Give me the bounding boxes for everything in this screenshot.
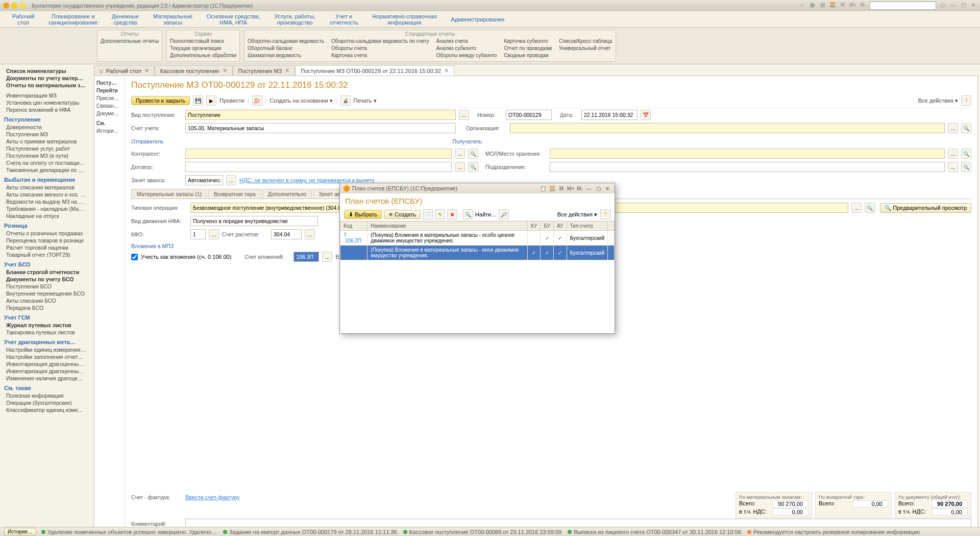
- fav-icon[interactable]: ☆: [798, 2, 805, 9]
- close-icon[interactable]: ✕: [603, 186, 611, 191]
- kontragent[interactable]: [185, 149, 452, 159]
- table-row[interactable]: T 106.3П(Покупка) Вложения в материальны…: [340, 246, 615, 260]
- sidebar-item[interactable]: Акты списания мягкого и хоз. …: [2, 191, 90, 198]
- post-close-button[interactable]: Провести и закрыть: [131, 96, 190, 105]
- min-icon[interactable]: —: [585, 186, 593, 191]
- schet-ucheta[interactable]: [185, 123, 456, 133]
- sidebar-item[interactable]: Операции (бухгалтерские): [2, 399, 90, 406]
- sidebar-item[interactable]: Доверенности: [2, 124, 90, 131]
- menu-item[interactable]: Учет иотчетность: [323, 12, 365, 27]
- menu-item[interactable]: Материальныезапасы: [146, 12, 200, 27]
- report-link[interactable]: Анализ субконто: [436, 45, 497, 52]
- close-icon[interactable]: ✕: [970, 2, 977, 9]
- sidebar-item[interactable]: Инвентаризация МЗ: [2, 92, 90, 99]
- docside-link[interactable]: Посту…: [96, 79, 122, 87]
- close-icon[interactable]: ✕: [444, 67, 449, 74]
- max-icon[interactable]: ▢: [960, 2, 967, 9]
- sel-icon[interactable]: …: [455, 162, 465, 172]
- docside-link[interactable]: Присое…: [96, 94, 122, 102]
- min-icon[interactable]: —: [949, 2, 957, 9]
- m-icon[interactable]: M+: [849, 2, 856, 9]
- del-icon[interactable]: ✖: [447, 209, 457, 220]
- dbg-icon[interactable]: Дт: [252, 95, 262, 106]
- sel-icon[interactable]: …: [455, 149, 465, 159]
- sidebar-item[interactable]: Товарный отчет (ТОРГ29): [2, 251, 90, 258]
- menu-item[interactable]: Денежныесредства: [105, 12, 146, 27]
- sel-icon[interactable]: …: [851, 203, 862, 213]
- organizaciya[interactable]: [510, 123, 945, 133]
- sidebar-item[interactable]: Поступление услуг, работ: [2, 145, 90, 152]
- report-link[interactable]: Список/Кросс-таблица: [559, 38, 612, 45]
- sidebar-item[interactable]: Отчеты по материальным з…: [2, 82, 90, 89]
- sidebar-item[interactable]: Инвентаризация драгоценных …: [2, 368, 90, 375]
- sidebar-item[interactable]: Классификатор единиц измерения: [2, 406, 90, 413]
- ico[interactable]: M+: [567, 186, 575, 191]
- copy-icon[interactable]: 📄: [423, 209, 433, 220]
- kfo[interactable]: [190, 229, 206, 239]
- sidebar-item[interactable]: Отчеты о розничных продажах: [2, 230, 90, 237]
- sel-icon[interactable]: …: [226, 175, 236, 185]
- print-icon[interactable]: 🖨: [340, 95, 351, 106]
- sel-icon[interactable]: …: [322, 252, 332, 262]
- sidebar-item[interactable]: Изменения наличия драгоценн…: [2, 375, 90, 382]
- detail-tab[interactable]: Дополнительно: [262, 189, 312, 199]
- menu-item[interactable]: Услуги, работы,производство: [267, 12, 323, 27]
- menu-item[interactable]: Администрирование: [444, 15, 511, 23]
- sidebar-item[interactable]: Таксировка путевых листов: [2, 329, 90, 336]
- sidebar-item[interactable]: Установка цен номенклатуры: [2, 99, 90, 106]
- docside-link[interactable]: Докуме…: [96, 110, 122, 117]
- edit-icon[interactable]: ✎: [435, 209, 445, 220]
- sidebar-item[interactable]: Полезная информация: [2, 392, 90, 399]
- help-icon[interactable]: ?: [600, 209, 610, 220]
- run-icon[interactable]: ▶: [206, 95, 216, 106]
- open-icon[interactable]: 🔍: [865, 203, 875, 213]
- help-icon[interactable]: ?: [961, 95, 971, 106]
- zachet-avansa[interactable]: [185, 175, 223, 185]
- find-button[interactable]: Найти…: [475, 211, 497, 217]
- schet-vlozheniy[interactable]: [293, 252, 319, 262]
- m-icon[interactable]: M-: [860, 2, 867, 9]
- sidebar-item[interactable]: Список номенклатуры: [2, 67, 90, 75]
- sidebar-item[interactable]: Акты списания БСО: [2, 297, 90, 304]
- sel-icon[interactable]: …: [305, 229, 315, 239]
- sidebar-item[interactable]: Инвентаризация драгоценных …: [2, 360, 90, 368]
- report-link[interactable]: Дополнительные отчеты: [101, 38, 159, 45]
- sidebar-item[interactable]: Журнал путевых листов: [2, 322, 90, 329]
- schet-raschetov[interactable]: [271, 229, 302, 239]
- print-button[interactable]: Печать ▾: [354, 98, 377, 104]
- save-icon[interactable]: 💾: [193, 95, 203, 106]
- menu-item[interactable]: Рабочийстол: [5, 12, 41, 27]
- all-actions[interactable]: Все действия ▾: [557, 211, 597, 218]
- sidebar-item[interactable]: Акты о приемке материалов: [2, 138, 90, 145]
- post-button[interactable]: Провести: [219, 98, 244, 104]
- report-link[interactable]: Текущая организация: [170, 45, 236, 52]
- history-button[interactable]: История…: [4, 528, 36, 535]
- sel-icon[interactable]: …: [209, 229, 219, 239]
- tool-icon[interactable]: ▤: [819, 2, 826, 9]
- dogovor[interactable]: [185, 162, 452, 172]
- sidebar-item[interactable]: Настройки заполнения отчето…: [2, 353, 90, 360]
- tab[interactable]: Поступление МЗ ОТ00-000129 от 22.11.2016…: [295, 65, 454, 76]
- preview-button[interactable]: 🔍 Предварительный просмотр: [880, 203, 971, 213]
- sidebar-item[interactable]: Настройки единиц измерения …: [2, 346, 90, 353]
- ico[interactable]: M-: [576, 186, 584, 191]
- sidebar-item[interactable]: Таможенные декларации по им…: [2, 166, 90, 174]
- report-link[interactable]: Карточка счета: [331, 52, 429, 59]
- vid-dvizheniya[interactable]: [190, 216, 318, 226]
- vid-postupleniya[interactable]: [185, 110, 456, 120]
- sidebar-item[interactable]: Перенос вложений в НФА: [2, 106, 90, 113]
- sidebar-item[interactable]: Акты списания материалов: [2, 184, 90, 191]
- max-icon[interactable]: ▢: [594, 186, 602, 191]
- menu-item[interactable]: Основные средства,НМА, НПА: [200, 12, 267, 27]
- docside-link[interactable]: См.: [96, 119, 122, 127]
- report-link[interactable]: Анализ счета: [436, 38, 497, 45]
- cal-icon[interactable]: 📅: [641, 110, 651, 120]
- sidebar-item[interactable]: Счета на оплату от поставщиков: [2, 159, 90, 166]
- sidebar-item[interactable]: Поступления МЗ (в пути): [2, 152, 90, 159]
- mol[interactable]: [550, 149, 945, 159]
- sidebar-item[interactable]: Передача БСО: [2, 304, 90, 311]
- all-actions[interactable]: Все действия ▾: [918, 98, 958, 104]
- close-icon[interactable]: ✕: [223, 67, 227, 74]
- close-icon[interactable]: ✕: [144, 67, 149, 74]
- tab[interactable]: Кассовое поступление✕: [155, 65, 233, 76]
